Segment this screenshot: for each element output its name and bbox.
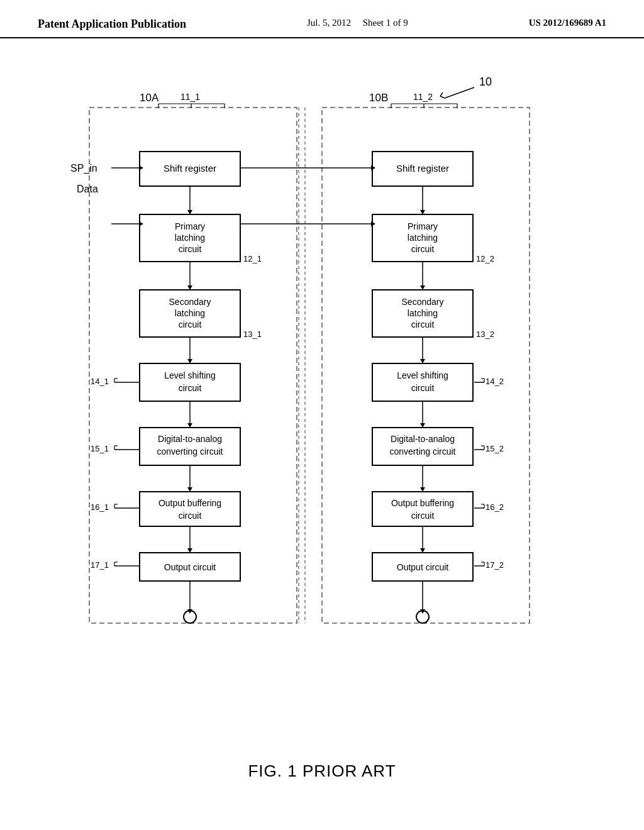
label-12-2: 12_2	[476, 254, 494, 263]
ref-10-label: 10	[479, 75, 492, 88]
svg-text:circuit: circuit	[411, 383, 435, 393]
label-14-2: 14_2	[486, 377, 504, 386]
svg-text:circuit: circuit	[179, 511, 202, 521]
svg-line-0	[445, 87, 474, 98]
svg-text:Level shifting: Level shifting	[164, 370, 216, 380]
figure-caption: FIG. 1 PRIOR ART	[0, 761, 644, 800]
sp-in-label: SP_in	[70, 163, 97, 174]
arrow-ls-to-dac-1	[187, 423, 192, 428]
arrow-sp-in-1	[139, 165, 143, 170]
arrow-sl-to-ls-1	[187, 359, 192, 363]
publication-date: Jul. 5, 2012	[307, 18, 351, 28]
label-11-2: 11_2	[413, 92, 433, 102]
page-header: Patent Application Publication Jul. 5, 2…	[0, 0, 644, 38]
svg-text:Primary: Primary	[175, 221, 205, 231]
arrow-ob-to-oc-1	[187, 548, 192, 553]
svg-text:Secondary: Secondary	[402, 297, 444, 307]
arrow-dac-to-ob-2	[420, 487, 425, 492]
label-16-2: 16_2	[486, 502, 504, 512]
svg-text:circuit: circuit	[411, 319, 435, 329]
svg-rect-46	[140, 492, 240, 526]
svg-text:Output buffering: Output buffering	[158, 498, 221, 508]
svg-text:latching: latching	[175, 233, 205, 243]
arrow-ob-to-oc-2	[420, 548, 425, 553]
arrow-sr-to-pl-1	[187, 210, 192, 214]
label-16-1: 16_1	[91, 502, 109, 512]
arrow-ls-to-dac-2	[420, 423, 425, 428]
arrow-pl-to-sl-1	[187, 285, 192, 290]
label-17-1: 17_1	[91, 560, 109, 570]
svg-text:Secondary: Secondary	[169, 297, 211, 307]
svg-text:Output buffering: Output buffering	[391, 498, 454, 508]
main-diagram: 10 10A 10B 11_1 11_2 SP_in Data Shi	[52, 51, 592, 730]
svg-text:latching: latching	[175, 308, 205, 318]
svg-text:converting circuit: converting circuit	[389, 446, 455, 456]
arrow-pl-to-sl-2	[420, 285, 425, 290]
shift-reg-2: Shift register	[396, 163, 449, 174]
label-12-1: 12_1	[243, 254, 262, 263]
data-label: Data	[77, 184, 98, 194]
svg-rect-32	[140, 363, 240, 401]
svg-rect-84	[372, 492, 473, 526]
arrow-dac-to-ob-1	[187, 487, 192, 492]
diagram-area: 10 10A 10B 11_1 11_2 SP_in Data Shi	[0, 38, 644, 755]
label-10A: 10A	[140, 92, 159, 104]
svg-text:converting circuit: converting circuit	[157, 446, 223, 456]
sheet-info: Sheet 1 of 9	[363, 18, 408, 28]
label-17-2: 17_2	[486, 560, 504, 570]
svg-text:Digital-to-analog: Digital-to-analog	[158, 434, 222, 444]
svg-text:circuit: circuit	[179, 319, 202, 329]
label-13-2: 13_2	[476, 329, 494, 339]
header-center: Jul. 5, 2012 Sheet 1 of 9	[307, 18, 408, 28]
label-14-1: 14_1	[91, 377, 109, 386]
arrow-sl-to-ls-2	[420, 359, 425, 363]
label-11-1: 11_1	[180, 92, 200, 102]
label-15-2: 15_2	[486, 444, 504, 453]
label-10B: 10B	[369, 92, 388, 104]
svg-text:Digital-to-analog: Digital-to-analog	[391, 434, 455, 444]
patent-number: US 2012/169689 A1	[529, 18, 606, 28]
svg-text:Output circuit: Output circuit	[164, 562, 216, 572]
svg-text:circuit: circuit	[179, 383, 202, 393]
svg-rect-70	[372, 363, 473, 401]
svg-text:latching: latching	[408, 233, 438, 243]
svg-rect-3	[89, 108, 297, 623]
publication-title: Patent Application Publication	[38, 18, 186, 31]
svg-text:Output circuit: Output circuit	[397, 562, 449, 572]
svg-line-2	[440, 92, 443, 96]
arrow-sr-to-pl-2	[420, 210, 425, 214]
svg-text:Level shifting: Level shifting	[397, 370, 448, 380]
label-15-1: 15_1	[91, 444, 109, 453]
shift-reg-1: Shift register	[164, 163, 216, 174]
svg-text:circuit: circuit	[411, 511, 435, 521]
svg-rect-4	[322, 108, 530, 623]
svg-text:Primary: Primary	[408, 221, 438, 231]
svg-line-1	[440, 96, 445, 98]
svg-text:latching: latching	[408, 308, 438, 318]
label-13-1: 13_1	[243, 329, 262, 339]
arrow-sp-in-2	[371, 165, 375, 170]
svg-text:circuit: circuit	[179, 244, 202, 254]
svg-text:circuit: circuit	[411, 244, 435, 254]
